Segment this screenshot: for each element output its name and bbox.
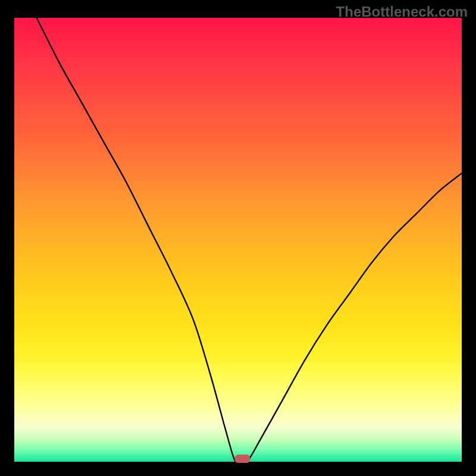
chart-svg bbox=[14, 18, 462, 462]
bottleneck-curve bbox=[37, 18, 462, 464]
plot-area bbox=[14, 18, 462, 462]
optimal-point-marker bbox=[235, 455, 250, 463]
watermark-text: TheBottleneck.com bbox=[336, 4, 468, 20]
chart-frame: TheBottleneck.com bbox=[0, 0, 476, 476]
